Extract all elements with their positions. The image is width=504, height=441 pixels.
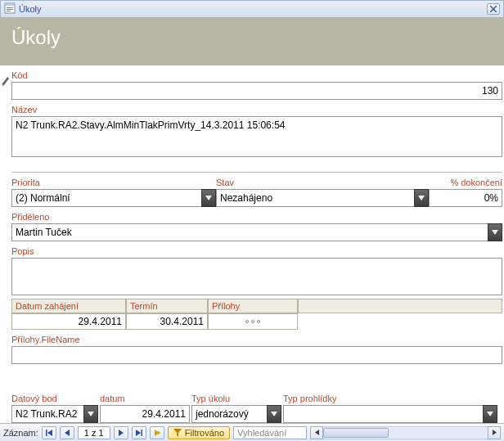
- nav-last-button[interactable]: [132, 426, 146, 439]
- typ-ukolu-dropdown-button[interactable]: [267, 405, 281, 423]
- dokonceni-label: % dokončení: [429, 173, 502, 189]
- chevron-down-icon: [487, 412, 493, 416]
- cell-prilohy[interactable]: [208, 313, 298, 330]
- priorita-label: Priorita: [11, 173, 216, 189]
- spacer: [11, 364, 502, 389]
- prideleno-field[interactable]: Martin Tuček: [11, 223, 502, 241]
- next-icon: [118, 430, 124, 436]
- prilohy-filename-field[interactable]: [11, 346, 502, 364]
- stav-label: Stav: [216, 173, 429, 189]
- col-zahajeni[interactable]: Datum zahájení: [11, 299, 126, 313]
- nazev-field[interactable]: N2 Trunk.RA2.Stavy.AlmMinTlakPrimVrty_14…: [11, 116, 502, 157]
- datum-field[interactable]: 29.4.2011: [100, 405, 190, 423]
- col-prilohy[interactable]: Přílohy: [208, 299, 298, 313]
- prideleno-dropdown-button[interactable]: [488, 223, 502, 241]
- close-button[interactable]: [487, 3, 500, 15]
- nav-label: Záznam:: [3, 428, 38, 438]
- prideleno-label: Přiděleno: [11, 207, 502, 223]
- cell-zahajeni[interactable]: 29.4.2011: [11, 313, 126, 330]
- popis-field[interactable]: [11, 258, 502, 295]
- record-selector[interactable]: [0, 74, 11, 88]
- last-icon: [136, 430, 142, 436]
- typ-prohlidky-field[interactable]: [283, 405, 497, 423]
- svg-rect-4: [7, 11, 11, 11]
- datovy-bod-dropdown-button[interactable]: [83, 405, 98, 423]
- priorita-dropdown-button[interactable]: [201, 189, 216, 207]
- pencil-icon: [2, 75, 10, 87]
- attachment-dot-icon: [251, 320, 254, 323]
- prev-icon: [64, 430, 70, 436]
- filter-icon: [173, 429, 182, 437]
- kod-field[interactable]: 130: [11, 82, 502, 100]
- cell-termin[interactable]: 30.4.2011: [126, 313, 208, 330]
- datovy-bod-label: Datový bod: [11, 389, 98, 405]
- window-title: Úkoly: [19, 4, 42, 14]
- form-header: Úkoly: [0, 18, 504, 65]
- horizontal-scrollbar[interactable]: [310, 426, 501, 439]
- form-icon: [4, 2, 16, 16]
- cell-empty: [298, 313, 502, 330]
- svg-rect-1: [5, 3, 15, 6]
- search-input[interactable]: Vyhledávání: [233, 426, 307, 439]
- filter-indicator[interactable]: Filtrováno: [168, 426, 230, 439]
- kod-label: Kód: [11, 65, 502, 82]
- chevron-down-icon: [205, 196, 212, 200]
- nav-position[interactable]: 1 z 1: [78, 426, 110, 439]
- scroll-track[interactable]: [323, 426, 488, 439]
- chevron-down-icon: [492, 230, 498, 235]
- chevron-right-icon: [492, 430, 497, 435]
- svg-rect-2: [7, 7, 13, 8]
- datum-label: datum: [100, 389, 190, 405]
- chevron-down-icon: [418, 196, 425, 200]
- nav-next-button[interactable]: [114, 426, 128, 439]
- typ-prohlidky-label: Typ prohlídky: [283, 389, 497, 405]
- page-title: Úkoly: [11, 26, 493, 49]
- window-titlebar: Úkoly: [0, 0, 504, 18]
- col-empty: [298, 299, 502, 313]
- scroll-left-button[interactable]: [310, 426, 323, 439]
- stav-field[interactable]: Nezahájeno: [216, 189, 429, 207]
- col-termin[interactable]: Termín: [126, 299, 208, 313]
- scroll-thumb[interactable]: [323, 428, 389, 438]
- chevron-down-icon: [271, 412, 277, 416]
- nazev-label: Název: [11, 100, 502, 116]
- attachment-dot-icon: [257, 320, 260, 323]
- record-nav-bar: Záznam: 1 z 1 Filtrováno Vyhledávání: [0, 423, 504, 441]
- dokonceni-field[interactable]: 0%: [429, 189, 502, 207]
- stav-dropdown-button[interactable]: [414, 189, 429, 207]
- chevron-down-icon: [88, 412, 94, 416]
- popis-label: Popis: [11, 241, 502, 258]
- form-body: Kód 130 Název N2 Trunk.RA2.Stavy.AlmMinT…: [0, 65, 504, 423]
- new-record-icon: [154, 430, 160, 436]
- bottom-fields: Datový bod N2 Trunk.RA2 datum 29.4.2011 …: [11, 389, 502, 423]
- first-icon: [46, 430, 52, 436]
- typ-ukolu-label: Typ úkolu: [191, 389, 281, 405]
- dates-table: Datum zahájení Termín Přílohy 29.4.2011 …: [11, 299, 502, 330]
- nav-prev-button[interactable]: [60, 426, 74, 439]
- priorita-field[interactable]: (2) Normální: [11, 189, 216, 207]
- svg-rect-3: [7, 9, 13, 10]
- chevron-left-icon: [314, 430, 320, 435]
- typ-prohlidky-dropdown-button[interactable]: [483, 405, 497, 423]
- attachment-dot-icon: [245, 320, 249, 323]
- close-icon: [490, 6, 497, 12]
- nav-new-button[interactable]: [150, 426, 164, 439]
- scroll-right-button[interactable]: [488, 426, 501, 439]
- nav-first-button[interactable]: [42, 426, 56, 439]
- prilohy-filename-label: Přílohy.FileName: [11, 330, 502, 346]
